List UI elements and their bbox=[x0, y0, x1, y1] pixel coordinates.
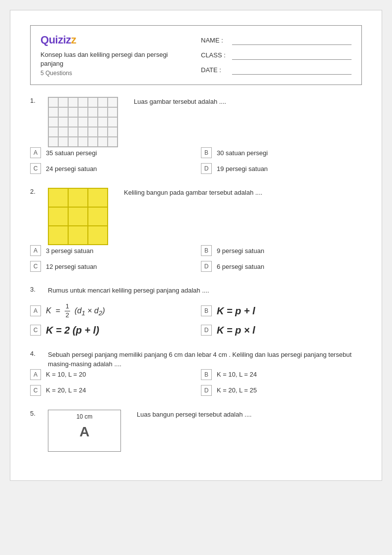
q1-content: 1. Luas gambar tersebut adalah .... bbox=[30, 97, 362, 147]
q4-answer-b: B K = 10, L = 24 bbox=[201, 369, 362, 380]
q4-box-a[interactable]: A bbox=[30, 369, 41, 380]
logo: Quizizz bbox=[40, 34, 191, 46]
q5-image: 10 cm A bbox=[48, 410, 121, 452]
q2-box-a[interactable]: A bbox=[30, 245, 41, 256]
q3-answers: A K = 1 2 (d1 × d2) B K = p + l bbox=[30, 302, 362, 336]
q5-number: 5. bbox=[30, 410, 40, 417]
q4-text-b: K = 10, L = 24 bbox=[217, 371, 257, 378]
q2-grid bbox=[48, 188, 108, 245]
header-left: Quizizz Konsep luas dan keliling persegi… bbox=[40, 34, 191, 77]
name-label: NAME : bbox=[201, 37, 228, 44]
header-questions: 5 Questions bbox=[40, 70, 191, 77]
header-title: Konsep luas dan keliling persegi dan per… bbox=[40, 50, 191, 68]
question-1: 1. Luas gambar tersebut adalah .... A 35… bbox=[30, 97, 362, 174]
q1-text-a: 35 satuan persegi bbox=[46, 149, 97, 157]
q1-box-b[interactable]: B bbox=[201, 147, 212, 158]
q3-box-d[interactable]: D bbox=[201, 325, 212, 336]
q3-answer-b: B K = p + l bbox=[201, 302, 362, 320]
logo-q: Q bbox=[40, 34, 49, 46]
logo-z: z bbox=[71, 34, 77, 46]
q1-image bbox=[48, 97, 118, 147]
q5-image-center: A bbox=[79, 424, 89, 440]
q3-box-a[interactable]: A bbox=[30, 305, 41, 316]
date-label: DATE : bbox=[201, 66, 228, 74]
q1-text-b: 30 satuan persegi bbox=[217, 149, 268, 157]
q4-answer-a: A K = 10, L = 20 bbox=[30, 369, 191, 380]
header: Quizizz Konsep luas dan keliling persegi… bbox=[30, 25, 362, 85]
q4-text-a: K = 10, L = 20 bbox=[46, 371, 86, 378]
q1-text-c: 24 persegi satuan bbox=[46, 165, 97, 172]
q2-answer-b: B 9 persegi satuan bbox=[201, 245, 362, 256]
q2-content: 2. Keliling bangun pada gambar tersebut … bbox=[30, 188, 362, 245]
q1-box-a[interactable]: A bbox=[30, 147, 41, 158]
q2-image bbox=[48, 188, 108, 245]
q2-answer-a: A 3 persegi satuan bbox=[30, 245, 191, 256]
question-3: 3. Rumus untuk mencari keliling persegi … bbox=[30, 286, 362, 336]
q3-formula-d: K = p × l bbox=[217, 325, 255, 336]
q3-number: 3. bbox=[30, 286, 40, 293]
name-line[interactable] bbox=[232, 36, 352, 45]
q2-text: Keliling bangun pada gambar tersebut ada… bbox=[124, 188, 362, 198]
q4-answers: A K = 10, L = 20 B K = 10, L = 24 C K = … bbox=[30, 369, 362, 396]
q4-text-d: K = 20, L = 25 bbox=[217, 386, 257, 394]
q2-answers: A 3 persegi satuan B 9 persegi satuan C … bbox=[30, 245, 362, 272]
q1-text: Luas gambar tersebut adalah .... bbox=[134, 97, 362, 107]
q4-header: 4. Sebuah persegi panjang memiliki panja… bbox=[30, 350, 362, 369]
q3-answer-a: A K = 1 2 (d1 × d2) bbox=[30, 302, 191, 320]
class-label: CLASS : bbox=[201, 51, 228, 59]
name-field-row: NAME : bbox=[201, 36, 352, 45]
q4-number: 4. bbox=[30, 350, 40, 357]
q4-text-c: K = 20, L = 24 bbox=[46, 386, 86, 394]
q1-answer-c: C 24 persegi satuan bbox=[30, 163, 191, 174]
q4-answer-c: C K = 20, L = 24 bbox=[30, 385, 191, 396]
q3-box-b[interactable]: B bbox=[201, 305, 212, 316]
question-5: 5. 10 cm A Luas bangun persegi tersebut … bbox=[30, 410, 362, 452]
page: Quizizz Konsep luas dan keliling persegi… bbox=[10, 10, 382, 481]
q5-content: 5. 10 cm A Luas bangun persegi tersebut … bbox=[30, 410, 362, 452]
q4-answer-d: D K = 20, L = 25 bbox=[201, 385, 362, 396]
q1-answer-d: D 19 persegi satuan bbox=[201, 163, 362, 174]
logo-text: uiziz bbox=[49, 34, 71, 46]
q1-box-c[interactable]: C bbox=[30, 163, 41, 174]
q4-box-d[interactable]: D bbox=[201, 385, 212, 396]
q2-number: 2. bbox=[30, 188, 40, 195]
q3-answer-c: C K = 2 (p + l) bbox=[30, 325, 191, 336]
q4-box-c[interactable]: C bbox=[30, 385, 41, 396]
q3-formula-a: K = 1 2 (d1 × d2) bbox=[46, 302, 105, 320]
q5-image-label: 10 cm bbox=[77, 413, 93, 420]
q3-text: Rumus untuk mencari keliling persegi pan… bbox=[48, 286, 362, 296]
date-line[interactable] bbox=[232, 66, 352, 75]
q2-answer-d: D 6 persegi satuan bbox=[201, 261, 362, 272]
q2-box-c[interactable]: C bbox=[30, 261, 41, 272]
q1-answer-b: B 30 satuan persegi bbox=[201, 147, 362, 158]
header-right: NAME : CLASS : DATE : bbox=[201, 34, 352, 77]
q3-answer-d: D K = p × l bbox=[201, 325, 362, 336]
q2-text-c: 12 persegi satuan bbox=[46, 263, 97, 270]
q3-formula-c: K = 2 (p + l) bbox=[46, 325, 99, 336]
q4-text: Sebuah persegi panjang memiliki panjang … bbox=[48, 350, 362, 369]
date-field-row: DATE : bbox=[201, 66, 352, 75]
q3-box-c[interactable]: C bbox=[30, 325, 41, 336]
q1-text-d: 19 persegi satuan bbox=[217, 165, 268, 172]
q2-text-b: 9 persegi satuan bbox=[217, 247, 264, 255]
q1-box-d[interactable]: D bbox=[201, 163, 212, 174]
question-4: 4. Sebuah persegi panjang memiliki panja… bbox=[30, 350, 362, 396]
q2-text-d: 6 persegi satuan bbox=[217, 263, 264, 270]
q2-box-d[interactable]: D bbox=[201, 261, 212, 272]
q1-number: 1. bbox=[30, 97, 40, 104]
q1-answers: A 35 satuan persegi B 30 satuan persegi … bbox=[30, 147, 362, 174]
class-field-row: CLASS : bbox=[201, 51, 352, 60]
q2-box-b[interactable]: B bbox=[201, 245, 212, 256]
q5-text: Luas bangun persegi tersebut adalah .... bbox=[137, 410, 362, 420]
class-line[interactable] bbox=[232, 51, 352, 60]
question-2: 2. Keliling bangun pada gambar tersebut … bbox=[30, 188, 362, 272]
q2-answer-c: C 12 persegi satuan bbox=[30, 261, 191, 272]
q2-text-a: 3 persegi satuan bbox=[46, 247, 93, 255]
q3-formula-b: K = p + l bbox=[217, 305, 255, 317]
q1-answer-a: A 35 satuan persegi bbox=[30, 147, 191, 158]
q3-header: 3. Rumus untuk mencari keliling persegi … bbox=[30, 286, 362, 296]
q1-grid bbox=[48, 97, 118, 147]
q4-box-b[interactable]: B bbox=[201, 369, 212, 380]
